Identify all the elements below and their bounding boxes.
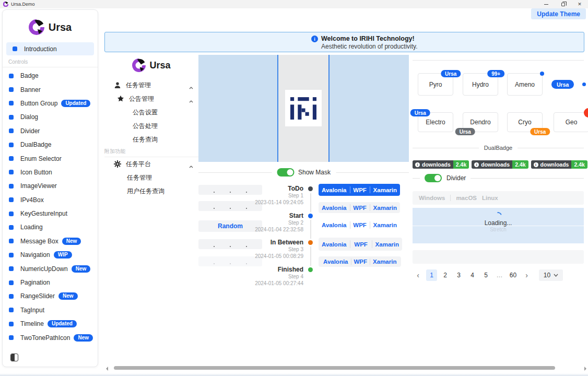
horizontal-scrollbar[interactable] [104, 365, 588, 372]
menu-section-extra-features: 附加功能 [104, 146, 198, 157]
wpf-button[interactable]: WPF [350, 241, 372, 248]
sidebar-item-divider[interactable]: Divider [3, 124, 98, 138]
button-group-disabled: Windows macOS Linux [413, 191, 584, 205]
page-button-3[interactable]: 3 [453, 269, 464, 281]
banner-title: Welcome to IRIHI Technology! [321, 35, 418, 43]
button-group-large: Avalonia WPF Xamarin [319, 238, 402, 251]
dualbadge-divider: DualBadge [413, 145, 584, 151]
page-button-5[interactable]: 5 [480, 269, 491, 281]
menu-item-task-management-2[interactable]: 任务管理 [104, 171, 198, 184]
sidebar-item-enum-selector[interactable]: Enum Selector [3, 151, 98, 165]
page-button-4[interactable]: 4 [467, 269, 478, 281]
sidebar-item-banner[interactable]: Banner [3, 83, 98, 96]
linux-button-disabled: Linux [482, 195, 498, 201]
avalonia-button[interactable]: Avalonia [319, 222, 350, 228]
dualbadge-downloads: downloads2.4k [413, 160, 469, 169]
sidebar-item-dualbadge[interactable]: DualBadge [3, 138, 98, 151]
task-menu: 任务管理 公告管理 公告设置 公告处理 任务查询 附加功能 任务平台 任务管理 … [104, 78, 198, 198]
update-theme-button[interactable]: Update Theme [531, 8, 586, 19]
minimize-icon [544, 4, 548, 5]
scroll-left-icon[interactable] [106, 367, 108, 371]
chevron-up-icon[interactable] [189, 84, 193, 91]
close-button[interactable] [571, 0, 588, 8]
sidebar-item-taginput[interactable]: TagInput [3, 303, 98, 317]
sidebar-item-navigation[interactable]: NavigationWIP [3, 248, 98, 262]
app-window: { "window": { "title": "Ursa.Demo" }, "h… [0, 0, 588, 376]
maximize-button[interactable] [555, 0, 571, 8]
xamarin-button[interactable]: Xamarin [370, 258, 399, 265]
avalonia-button[interactable]: Avalonia [321, 258, 351, 265]
avalonia-button[interactable]: Avalonia [319, 241, 350, 248]
menu-item-announcement-processing[interactable]: 公告处理 [104, 119, 198, 133]
sidebar-item-keygestureinput[interactable]: KeyGestureInput [3, 207, 98, 220]
bullet-icon [9, 335, 14, 340]
sidebar-divider [3, 67, 98, 67]
sidebar-item-twotonepathicon[interactable]: TwoTonePathIconNew [3, 331, 98, 344]
info-icon [534, 162, 538, 167]
minimize-button[interactable] [538, 0, 555, 8]
sidebar-item-icon-button[interactable]: Icon Button [3, 166, 98, 179]
page-ellipsis[interactable]: … [494, 269, 505, 281]
menu-item-announcement-settings[interactable]: 公告设置 [104, 105, 198, 119]
sidebar-item-rangeslider[interactable]: RangeSliderNew [3, 289, 98, 303]
ursa-logo-text: Ursa [49, 21, 72, 33]
xamarin-button[interactable]: Xamarin [370, 205, 400, 211]
chevron-up-icon[interactable] [189, 162, 193, 170]
wpf-button[interactable]: WPF [350, 187, 370, 193]
sidebar-item-ipv4box[interactable]: IPv4Box [3, 193, 98, 207]
wpf-button[interactable]: WPF [350, 222, 370, 228]
scroll-right-icon[interactable] [584, 367, 586, 371]
timeline-dot-start [308, 214, 313, 218]
new-badge: New [72, 265, 91, 273]
sidebar-item-timeline[interactable]: TimelineUpdated [3, 317, 98, 331]
menu-item-task-platform[interactable]: 任务平台 [104, 157, 198, 171]
menu-item-user-task-query[interactable]: 用户任务查询 [104, 184, 198, 198]
sidebar-item-imageviewer[interactable]: ImageViewer [3, 179, 98, 193]
wpf-button[interactable]: WPF [351, 258, 370, 265]
count-badge: 99+ [487, 70, 504, 77]
menu-item-announcement-management[interactable]: 公告管理 [104, 92, 198, 105]
image-viewer[interactable] [198, 55, 409, 162]
show-mask-toggle[interactable] [277, 168, 294, 177]
page-button-60[interactable]: 60 [508, 269, 519, 281]
sidebar-item-dialog[interactable]: Dialog [3, 110, 98, 124]
sidebar-item-message-box[interactable]: Message BoxNew [3, 234, 98, 248]
menu-item-task-management[interactable]: 任务管理 [104, 78, 198, 92]
sidebar-item-button-group[interactable]: Button GroupUpdated [3, 97, 98, 110]
ursa-badge-orange: Ursa [530, 128, 550, 135]
welcome-banner: Welcome to IRIHI Technology! Aesthetic r… [104, 32, 584, 52]
page-button-2[interactable]: 2 [440, 269, 451, 281]
chevron-up-icon[interactable] [189, 97, 193, 104]
xamarin-button[interactable]: Xamarin [370, 222, 400, 228]
ursa-logo-icon [29, 19, 44, 35]
masked-content-text: Stretch [413, 227, 584, 232]
page-button-1[interactable]: 1 [426, 269, 437, 281]
sidebar-collapse-button[interactable] [10, 354, 18, 361]
dualbadge-divider-label: DualBadge [484, 145, 512, 151]
wpf-button[interactable]: WPF [350, 205, 370, 211]
sidebar-item-loading[interactable]: Loading [3, 220, 98, 234]
badge-card-ameno: Ameno [507, 73, 543, 96]
page-size-select[interactable]: 10 [539, 269, 563, 281]
divider-toggle[interactable] [425, 174, 442, 182]
sidebar-item-pagination[interactable]: Pagination [3, 276, 98, 289]
sidebar-item-introduction[interactable]: Introduction [6, 42, 94, 55]
dualbadge-samples: downloads2.4k downloads2.4k downloads2.4… [413, 157, 588, 172]
xamarin-button[interactable]: Xamarin [372, 241, 402, 248]
sidebar-item-badge[interactable]: Badge [3, 69, 98, 83]
bullet-icon [9, 308, 14, 312]
next-page-button[interactable]: › [521, 269, 532, 281]
button-group-compact: Avalonia WPF Xamarin [319, 256, 401, 267]
avalonia-button[interactable]: Avalonia [319, 205, 350, 211]
sidebar-item-numericupdown[interactable]: NumericUpDownNew [3, 262, 98, 275]
dualbadge-downloads: downloads2.4k [472, 160, 528, 169]
prev-page-button[interactable]: ‹ [413, 269, 424, 281]
menu-item-task-query[interactable]: 任务查询 [104, 133, 198, 146]
xamarin-button[interactable]: Xamarin [370, 187, 400, 193]
window-bottom-edge [0, 373, 588, 376]
bullet-icon [9, 280, 14, 285]
section-divider [413, 60, 584, 61]
scrollbar-thumb[interactable] [114, 366, 555, 370]
ursa-badge: Ursa [410, 109, 430, 116]
avalonia-button[interactable]: Avalonia [319, 187, 350, 193]
